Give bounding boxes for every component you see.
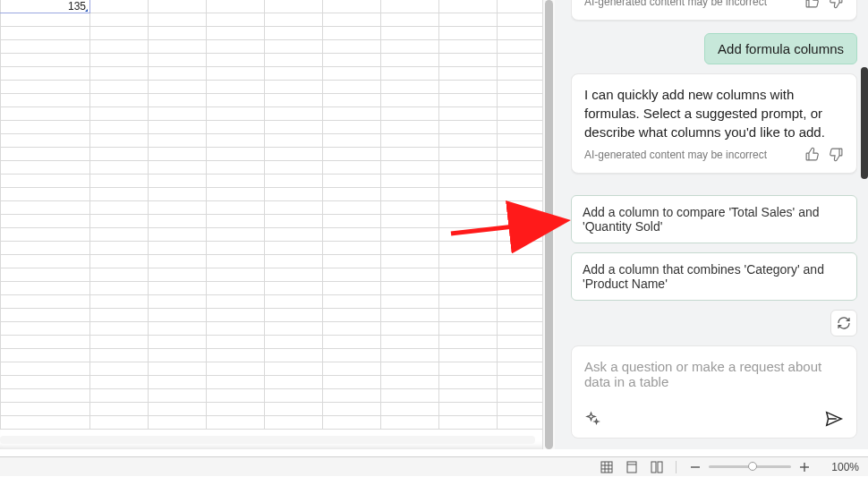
- cell[interactable]: [265, 376, 323, 389]
- cell[interactable]: [207, 349, 265, 362]
- spreadsheet-grid[interactable]: 135: [0, 0, 555, 449]
- cell[interactable]: [381, 403, 439, 416]
- cell[interactable]: [149, 161, 207, 175]
- zoom-level-label[interactable]: 100%: [821, 461, 859, 473]
- cell[interactable]: [90, 121, 149, 134]
- scrollbar-thumb[interactable]: [861, 67, 868, 179]
- cell[interactable]: [149, 255, 207, 268]
- cell[interactable]: [265, 282, 323, 295]
- cell[interactable]: [323, 54, 381, 67]
- cell[interactable]: [1, 81, 90, 94]
- cell[interactable]: [207, 148, 265, 161]
- cell[interactable]: [1, 161, 90, 175]
- cell[interactable]: [265, 389, 323, 403]
- cell[interactable]: [90, 201, 149, 215]
- cell[interactable]: [323, 416, 381, 430]
- cell[interactable]: [323, 40, 381, 54]
- cell[interactable]: [207, 282, 265, 295]
- cell[interactable]: [323, 148, 381, 161]
- pane-scrollbar[interactable]: [861, 0, 868, 449]
- cell[interactable]: [207, 322, 265, 336]
- cell[interactable]: [323, 67, 381, 81]
- cell[interactable]: [381, 121, 439, 134]
- cell[interactable]: [265, 40, 323, 54]
- cell[interactable]: [207, 188, 265, 201]
- cell[interactable]: [381, 201, 439, 215]
- cell[interactable]: [439, 416, 498, 430]
- cell[interactable]: [381, 148, 439, 161]
- cell[interactable]: [265, 67, 323, 81]
- cell[interactable]: [207, 0, 265, 13]
- cell[interactable]: [323, 336, 381, 349]
- cell[interactable]: [323, 0, 381, 13]
- cell[interactable]: [90, 322, 149, 336]
- cell[interactable]: [90, 268, 149, 282]
- cell[interactable]: [149, 121, 207, 134]
- cell[interactable]: [207, 67, 265, 81]
- slider-thumb[interactable]: [748, 462, 757, 471]
- cell[interactable]: [439, 295, 498, 309]
- cell[interactable]: [439, 376, 498, 389]
- horizontal-scrollbar[interactable]: [0, 436, 535, 444]
- cell[interactable]: [323, 295, 381, 309]
- cell[interactable]: [149, 0, 207, 13]
- cell[interactable]: [381, 228, 439, 242]
- zoom-slider[interactable]: [709, 465, 791, 468]
- cell[interactable]: [90, 295, 149, 309]
- cell[interactable]: [149, 268, 207, 282]
- cell[interactable]: [265, 54, 323, 67]
- cell[interactable]: [381, 0, 439, 13]
- cell[interactable]: [90, 148, 149, 161]
- cell[interactable]: [207, 336, 265, 349]
- cell[interactable]: [265, 322, 323, 336]
- cell[interactable]: [439, 67, 498, 81]
- cell[interactable]: [323, 121, 381, 134]
- cell[interactable]: [439, 13, 498, 27]
- cell[interactable]: [439, 215, 498, 228]
- cell[interactable]: [439, 389, 498, 403]
- cell[interactable]: [323, 349, 381, 362]
- thumbs-up-button[interactable]: [804, 147, 820, 162]
- cell[interactable]: [323, 309, 381, 322]
- cell[interactable]: [381, 175, 439, 188]
- cell[interactable]: [439, 81, 498, 94]
- cell[interactable]: [439, 161, 498, 175]
- cell[interactable]: [323, 242, 381, 255]
- cell[interactable]: [323, 228, 381, 242]
- cell[interactable]: [439, 27, 498, 40]
- cell[interactable]: [90, 188, 149, 201]
- cell[interactable]: [207, 201, 265, 215]
- cell[interactable]: [439, 54, 498, 67]
- cell[interactable]: [1, 376, 90, 389]
- cell[interactable]: [381, 242, 439, 255]
- cell[interactable]: [1, 309, 90, 322]
- cell[interactable]: [90, 215, 149, 228]
- cell[interactable]: [207, 94, 265, 107]
- cell[interactable]: [149, 376, 207, 389]
- cell[interactable]: [381, 349, 439, 362]
- cell[interactable]: [381, 40, 439, 54]
- cell[interactable]: [439, 0, 498, 13]
- cell[interactable]: [1, 201, 90, 215]
- thumbs-down-button[interactable]: [829, 0, 844, 9]
- cell[interactable]: [381, 215, 439, 228]
- cell[interactable]: [149, 349, 207, 362]
- cell[interactable]: [439, 40, 498, 54]
- cell[interactable]: [90, 309, 149, 322]
- cell[interactable]: [265, 175, 323, 188]
- cell[interactable]: [90, 255, 149, 268]
- cell[interactable]: [1, 349, 90, 362]
- cell[interactable]: [439, 134, 498, 148]
- cell[interactable]: [381, 94, 439, 107]
- cell[interactable]: [381, 54, 439, 67]
- cell[interactable]: [265, 336, 323, 349]
- cell[interactable]: [90, 282, 149, 295]
- cell[interactable]: [323, 188, 381, 201]
- cell[interactable]: [381, 322, 439, 336]
- cell[interactable]: [90, 40, 149, 54]
- cell[interactable]: [90, 242, 149, 255]
- cell[interactable]: [265, 94, 323, 107]
- cell[interactable]: [439, 349, 498, 362]
- cell[interactable]: [1, 175, 90, 188]
- cell[interactable]: [90, 349, 149, 362]
